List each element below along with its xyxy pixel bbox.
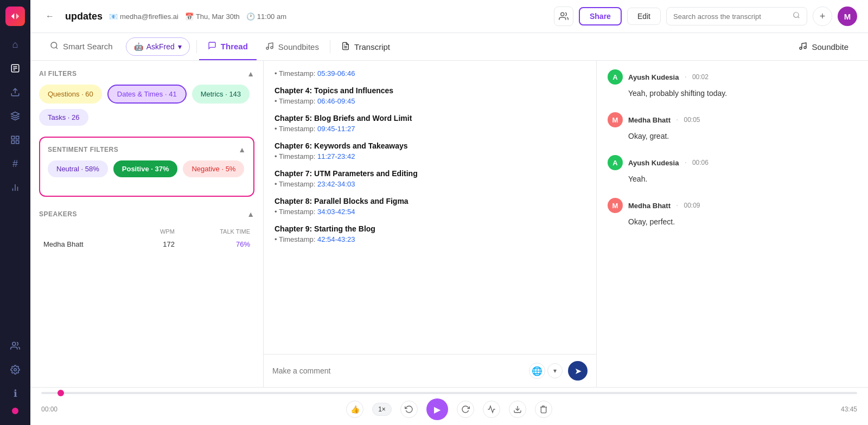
svg-rect-7	[16, 136, 19, 139]
nav-chart-icon[interactable]	[5, 178, 25, 197]
player-controls: 00:00 👍 1× ▶ 43:45	[41, 398, 857, 420]
svg-line-19	[56, 47, 58, 49]
chip-negative[interactable]: Negative · 5%	[183, 160, 244, 177]
ai-filters-collapse[interactable]: ▲	[247, 69, 254, 78]
tab-thread[interactable]: Thread	[199, 34, 257, 60]
chapter-9-title: Chapter 9: Starting the Blog	[275, 224, 585, 233]
speaker-time-2: 00:05	[684, 116, 700, 124]
avatar-ayush-2: A	[608, 155, 623, 170]
progress-bar[interactable]	[41, 392, 857, 394]
transcript-speaker-1: A Ayush Kudesia · 00:02	[608, 69, 857, 85]
back-button[interactable]: ←	[41, 8, 59, 25]
tab-soundbites[interactable]: Soundbites	[257, 34, 328, 60]
svg-point-24	[800, 47, 802, 49]
progress-dot[interactable]	[58, 390, 64, 396]
tab-smart-search[interactable]: Smart Search	[41, 34, 122, 60]
svg-point-20	[266, 47, 269, 49]
tab-transcript[interactable]: Transcript	[333, 34, 399, 60]
timestamp-link-ch7[interactable]: 23:42-34:03	[317, 180, 355, 188]
globe-button[interactable]: 🌐	[529, 363, 545, 379]
speaker-row: Medha Bhatt 172 76%	[40, 238, 253, 250]
chip-positive[interactable]: Positive · 37%	[113, 160, 178, 177]
forward-button[interactable]	[457, 401, 474, 418]
speaker-name-2: Medha Bhatt	[628, 116, 671, 124]
timestamp-link-ch8[interactable]: 34:03-42:54	[317, 208, 355, 216]
svg-point-13	[12, 342, 16, 345]
app-logo[interactable]	[5, 7, 25, 26]
left-nav: ⌂ # ℹ	[0, 0, 30, 425]
chapter-6: Chapter 6: Keywords and Takeaways • Time…	[275, 141, 585, 160]
speaker-name-4: Medha Bhatt	[628, 202, 671, 210]
transcript-speaker-3: A Ayush Kudesia · 00:06	[608, 155, 857, 170]
transcript-text-1: Yeah, probably shifting today.	[608, 88, 857, 99]
timestamp-link-ch5[interactable]: 09:45-11:27	[317, 125, 355, 133]
nav-grid-icon[interactable]	[5, 130, 25, 150]
askfred-chevron-icon: ▾	[178, 42, 182, 51]
send-button[interactable]: ➤	[568, 361, 588, 381]
chip-metrics[interactable]: Metrics · 143	[192, 85, 250, 104]
speed-button[interactable]: 1×	[372, 403, 392, 416]
sentiment-filters-collapse[interactable]: ▲	[238, 145, 246, 154]
header: ← updates 📧 medha@fireflies.ai 📅 Thu, Ma…	[30, 0, 868, 33]
meta-email: 📧 medha@fireflies.ai	[109, 12, 178, 21]
chapter-4-title: Chapter 4: Topics and Influences	[275, 86, 585, 95]
chapter-7-title: Chapter 7: UTM Parameters and Editing	[275, 169, 585, 178]
avatar[interactable]: M	[838, 7, 857, 26]
waveform-button[interactable]	[483, 401, 500, 418]
download-button[interactable]	[509, 401, 526, 418]
rewind-button[interactable]	[400, 401, 418, 418]
tab-soundbite-right[interactable]: Soundbite	[790, 34, 857, 60]
timestamp-link-ch4[interactable]: 06:46-09:45	[317, 97, 355, 105]
chip-neutral[interactable]: Neutral · 58%	[48, 160, 108, 177]
speaker-name-cell: Medha Bhatt	[40, 238, 134, 250]
add-button[interactable]: +	[813, 7, 832, 26]
avatar-medha-2: M	[608, 198, 623, 213]
col-talk-time: TALK TIME	[179, 226, 253, 237]
speakers-collapse[interactable]: ▲	[247, 210, 254, 218]
svg-marker-5	[11, 112, 20, 117]
transcript-search-input[interactable]	[673, 12, 788, 21]
nav-document-icon[interactable]	[5, 59, 25, 78]
share-button[interactable]: Share	[579, 7, 622, 25]
timestamp-link-ch6[interactable]: 11:27-23:42	[317, 152, 355, 160]
speaker-wpm-cell: 172	[135, 238, 178, 250]
nav-info-icon[interactable]: ℹ	[5, 384, 25, 403]
nav-home-icon[interactable]: ⌂	[5, 35, 25, 54]
col-wpm: WPM	[135, 226, 178, 237]
edit-button[interactable]: Edit	[627, 8, 661, 25]
chip-questions[interactable]: Questions · 60	[39, 85, 102, 104]
delete-button[interactable]	[535, 401, 552, 418]
chip-dates-times[interactable]: Dates & Times · 41	[107, 85, 187, 104]
comment-input[interactable]	[272, 366, 524, 375]
chapter-6-timestamp: • Timestamp: 11:27-23:42	[275, 152, 585, 160]
play-button[interactable]: ▶	[426, 398, 448, 420]
timestamp-link-ch9[interactable]: 42:54-43:23	[317, 235, 355, 243]
timestamp-link-prev[interactable]: 05:39-06:46	[317, 69, 355, 78]
nav-layers-icon[interactable]	[5, 106, 25, 126]
participants-button[interactable]	[554, 7, 573, 26]
chip-tasks[interactable]: Tasks · 26	[39, 109, 88, 126]
chapter-5: Chapter 5: Blog Briefs and Word Limit • …	[275, 114, 585, 133]
prev-timestamp: • Timestamp: 05:39-06:46	[275, 69, 585, 78]
comment-bar: 🌐 ▾ ➤	[264, 354, 596, 387]
nav-people-icon[interactable]	[5, 336, 25, 356]
transcript-search-box[interactable]	[666, 7, 807, 25]
calendar-icon: 📅	[185, 12, 194, 21]
dropdown-button[interactable]: ▾	[547, 363, 563, 378]
nav-upload-icon[interactable]	[5, 82, 25, 102]
nav-hashtag-icon[interactable]: #	[5, 154, 25, 173]
svg-point-16	[794, 12, 799, 17]
ai-filter-chips: Questions · 60 Dates & Times · 41 Metric…	[39, 85, 254, 126]
clock-icon: 🕐	[246, 12, 255, 21]
speakers-title: SPEAKERS	[39, 210, 77, 218]
chapter-7: Chapter 7: UTM Parameters and Editing • …	[275, 169, 585, 188]
transcript-text-4: Okay, perfect.	[608, 216, 857, 228]
tab-askfred[interactable]: 🤖 AskFred ▾	[126, 37, 190, 56]
transcript-entry-2: M Medha Bhatt · 00:05 Okay, great.	[608, 112, 857, 142]
search-icon	[793, 11, 800, 21]
thumbs-up-button[interactable]: 👍	[346, 401, 363, 418]
nav-settings-icon[interactable]	[5, 360, 25, 379]
chapter-5-timestamp: • Timestamp: 09:45-11:27	[275, 125, 585, 133]
speaker-time-3: 00:06	[692, 159, 709, 166]
transcript-speaker-4: M Medha Bhatt · 00:09	[608, 198, 857, 213]
